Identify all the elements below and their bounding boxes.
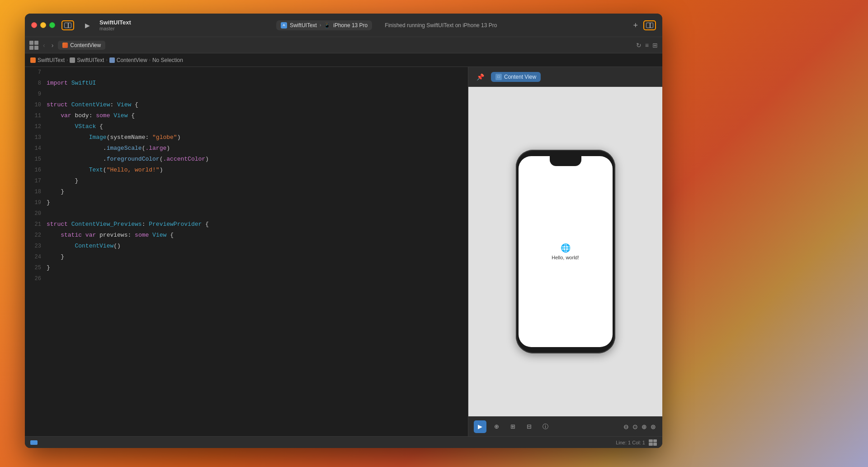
grid-preview-button[interactable]: ⊞	[506, 420, 519, 433]
navigator-toggle-icon[interactable]	[29, 41, 38, 50]
editor-toolbar: ‹ › ContentView ↻ ≡ ⊞	[25, 37, 662, 53]
info-button[interactable]: ⓘ	[539, 420, 552, 433]
breadcrumb-project[interactable]: SwiftUIText	[30, 57, 65, 63]
split-view-left-button[interactable]	[61, 20, 74, 30]
close-button[interactable]	[31, 22, 37, 28]
code-line-22: 22 static var previews: some View {	[25, 230, 468, 241]
minimize-button[interactable]	[40, 22, 46, 28]
inspect-button[interactable]: ⊕	[490, 420, 503, 433]
code-line-17: 17 }	[25, 176, 468, 186]
play-preview-button[interactable]: ▶	[474, 420, 486, 433]
code-lines: 7 8 import SwiftUI 9 10 struct ContentVi…	[25, 67, 468, 284]
minimap-button[interactable]	[649, 439, 657, 446]
phone-screen: 🌐 Hello, world!	[519, 156, 613, 347]
code-line-19: 19 }	[25, 197, 468, 208]
zoom-reset-button[interactable]: ⊛	[650, 422, 657, 431]
chevron-right-icon: ›	[320, 23, 321, 28]
phone-mockup: 🌐 Hello, world!	[516, 150, 615, 353]
title-bar: ▶ SwiftUIText master A SwiftUIText › 📱 i…	[25, 14, 662, 37]
build-status: Finished running SwiftUIText on iPhone 1…	[385, 22, 497, 29]
code-line-26: 26	[25, 273, 468, 284]
traffic-lights	[31, 22, 55, 28]
preview-header: 📌 □ Content View	[468, 67, 662, 87]
zoom-out-button[interactable]: ⊖	[623, 422, 630, 431]
device-icon: 📱	[324, 22, 330, 29]
status-bar: Line: 1 Col: 1	[25, 436, 662, 448]
code-line-14: 14 .imageScale(.large)	[25, 143, 468, 154]
code-line-23: 23 ContentView()	[25, 241, 468, 252]
code-line-12: 12 VStack {	[25, 121, 468, 132]
code-line-18: 18 }	[25, 186, 468, 197]
code-line-24: 24 }	[25, 252, 468, 262]
split-view-right-button[interactable]	[643, 20, 656, 30]
pin-button[interactable]: 📌	[474, 71, 486, 83]
run-button[interactable]: ▶	[82, 20, 92, 30]
split-view-icon	[64, 23, 71, 28]
app-icon: A	[281, 22, 287, 29]
globe-icon: 🌐	[561, 243, 571, 253]
code-line-8: 8 import SwiftUI	[25, 78, 468, 89]
add-button[interactable]: +	[633, 21, 638, 29]
back-button[interactable]: ‹	[41, 41, 47, 50]
file-icon	[109, 57, 115, 63]
breadcrumb-folder[interactable]: SwiftUIText	[70, 57, 104, 63]
project-info: SwiftUIText master	[99, 19, 131, 31]
code-line-15: 15 .foregroundColor(.accentColor)	[25, 154, 468, 165]
tab-label: ContentView	[70, 42, 101, 48]
forward-button[interactable]: ›	[50, 41, 56, 50]
refresh-icon[interactable]: ↻	[636, 42, 642, 49]
phone-content: 🌐 Hello, world!	[552, 243, 579, 260]
code-line-11: 11 var body: some View {	[25, 110, 468, 121]
zoom-fit-button[interactable]: ⊙	[632, 422, 639, 431]
xcode-window: ▶ SwiftUIText master A SwiftUIText › 📱 i…	[25, 14, 662, 448]
scheme-selector[interactable]: A SwiftUIText › 📱 iPhone 13 Pro	[276, 20, 372, 30]
status-indicator	[30, 440, 38, 445]
editor-options-icon[interactable]: ≡	[645, 42, 649, 49]
folder-icon	[70, 57, 75, 63]
device-settings-button[interactable]: ⊟	[523, 420, 535, 433]
phone-notch	[550, 156, 581, 166]
device-name: iPhone 13 Pro	[333, 22, 368, 29]
breadcrumb-file[interactable]: ContentView	[109, 57, 147, 63]
hello-world-text: Hello, world!	[552, 255, 579, 260]
toolbar-right: ↻ ≡ ⊞	[636, 42, 658, 49]
project-branch: master	[99, 26, 131, 31]
breadcrumb-sep-2: ›	[106, 57, 107, 62]
zoom-controls: ⊖ ⊙ ⊕ ⊛	[623, 422, 657, 431]
breadcrumb-sep-1: ›	[66, 57, 68, 62]
split-view-right-icon	[646, 23, 653, 28]
code-line-10: 10 struct ContentView: View {	[25, 100, 468, 110]
preview-panel: 📌 □ Content View 🌐 Hello, world!	[468, 67, 662, 436]
code-line-25: 25 }	[25, 262, 468, 273]
preview-canvas: 🌐 Hello, world!	[468, 87, 662, 416]
zoom-in-button[interactable]: ⊕	[641, 422, 648, 431]
preview-toolbar: ▶ ⊕ ⊞ ⊟ ⓘ ⊖ ⊙ ⊕ ⊛	[468, 416, 662, 436]
content-view-tab[interactable]: ContentView	[58, 41, 105, 50]
code-line-21: 21 struct ContentView_Previews: PreviewP…	[25, 219, 468, 230]
code-line-7: 7	[25, 67, 468, 78]
scheme-selector-area: A SwiftUIText › 📱 iPhone 13 Pro Finished…	[145, 20, 629, 30]
project-name: SwiftUIText	[99, 19, 131, 26]
content-view-badge[interactable]: □ Content View	[491, 72, 541, 82]
inspector-toggle-icon[interactable]: ⊞	[652, 42, 658, 49]
scheme-name: SwiftUIText	[290, 22, 317, 29]
maximize-button[interactable]	[49, 22, 55, 28]
code-line-13: 13 Image(systemName: "globe")	[25, 132, 468, 143]
swift-icon	[30, 57, 36, 63]
title-bar-right: +	[633, 20, 656, 30]
breadcrumb-selection: No Selection	[152, 57, 183, 63]
code-line-20: 20	[25, 208, 468, 219]
main-content: 7 8 import SwiftUI 9 10 struct ContentVi…	[25, 67, 662, 436]
content-view-label: Content View	[504, 74, 536, 80]
content-view-icon: □	[495, 74, 502, 80]
breadcrumb: SwiftUIText › SwiftUIText › ContentView …	[25, 53, 662, 67]
breadcrumb-sep-3: ›	[149, 57, 151, 62]
code-line-16: 16 Text("Hello, world!")	[25, 165, 468, 176]
cursor-position: Line: 1 Col: 1	[616, 440, 645, 445]
code-editor[interactable]: 7 8 import SwiftUI 9 10 struct ContentVi…	[25, 67, 468, 436]
swift-file-icon	[62, 43, 68, 48]
code-line-9: 9	[25, 89, 468, 100]
